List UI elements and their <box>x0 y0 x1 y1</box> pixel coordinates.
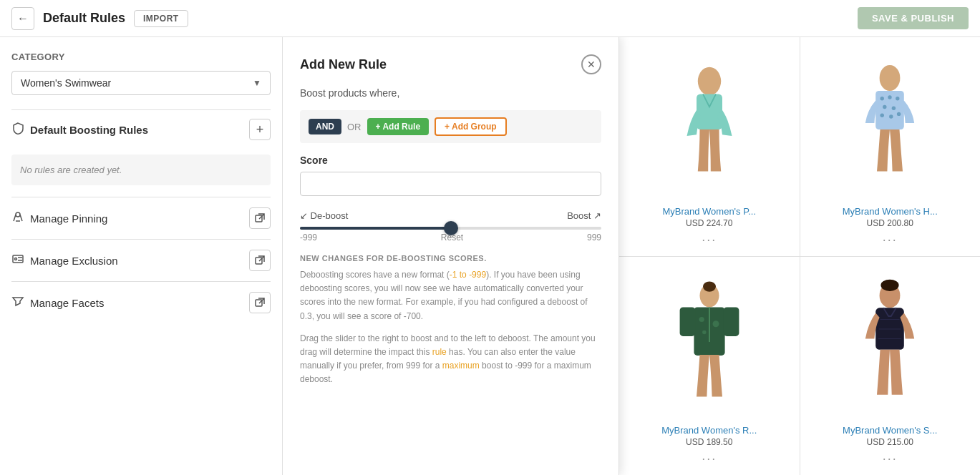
product-actions[interactable]: ··· <box>702 451 717 466</box>
product-actions[interactable]: ··· <box>883 232 898 248</box>
and-badge[interactable]: AND <box>309 119 341 134</box>
add-group-btn[interactable]: + Add Group <box>435 117 507 136</box>
close-modal-button[interactable]: ✕ <box>581 54 601 74</box>
save-publish-button[interactable]: SAVE & PUBLISH <box>858 7 969 29</box>
page-title: Default Rules <box>43 11 125 26</box>
slider-max-val: 999 <box>587 232 601 243</box>
product-price: USD 189.50 <box>686 437 732 447</box>
product-image-container <box>809 265 972 420</box>
exclusion-icon <box>11 253 24 268</box>
main-layout: Category Women's Swimwear ▼ Default Boos… <box>0 37 980 475</box>
slider-container[interactable] <box>300 227 601 230</box>
slider-min-val: -999 <box>300 232 317 243</box>
product-actions[interactable]: ··· <box>702 232 717 248</box>
modal-title: Add New Rule <box>300 57 387 72</box>
product-price: USD 215.00 <box>867 437 913 447</box>
svg-point-8 <box>698 67 721 95</box>
add-new-rule-modal: Add New Rule ✕ Boost products where, AND… <box>283 37 619 475</box>
boost-label: Boost ↗ <box>567 210 601 221</box>
svg-point-15 <box>883 105 886 109</box>
slider-thumb[interactable] <box>444 221 458 235</box>
score-input[interactable] <box>300 172 601 196</box>
product-image-container <box>809 46 972 200</box>
svg-point-18 <box>889 114 893 118</box>
add-rule-button[interactable]: + <box>249 119 271 140</box>
svg-rect-9 <box>697 94 722 129</box>
add-rule-btn[interactable]: + Add Rule <box>367 118 430 135</box>
manage-exclusion-label: Manage Exclusion <box>30 255 118 267</box>
svg-point-0 <box>16 212 20 217</box>
slider-fill <box>300 227 451 230</box>
svg-point-27 <box>712 321 719 328</box>
product-price: USD 224.70 <box>686 218 732 228</box>
manage-pinning-label: Manage Pinning <box>30 212 107 225</box>
sidebar: Category Women's Swimwear ▼ Default Boos… <box>0 37 283 475</box>
product-image <box>666 59 752 187</box>
svg-point-17 <box>880 113 884 117</box>
svg-rect-24 <box>724 308 739 337</box>
default-boosting-rules-title: Default Boosting Rules <box>30 124 148 136</box>
product-image <box>847 59 933 187</box>
product-image-container <box>628 46 791 200</box>
boost-text: Boost products where, <box>300 87 601 99</box>
slider-labels: ↙ De-boost Boost ↗ <box>300 210 601 221</box>
nav-item-left: Manage Pinning <box>11 210 107 226</box>
import-button[interactable]: IMPORT <box>134 10 188 27</box>
slider-track <box>300 227 601 230</box>
svg-point-21 <box>703 282 716 292</box>
svg-point-10 <box>880 65 901 91</box>
product-card: MyBrand Women's S... USD 215.00 ··· <box>800 257 981 476</box>
shield-icon <box>11 122 24 137</box>
manage-facets-label: Manage Facets <box>30 297 104 309</box>
manage-pinning-item[interactable]: Manage Pinning <box>11 197 271 239</box>
svg-point-19 <box>897 112 901 115</box>
pin-icon <box>11 210 24 226</box>
manage-pinning-external-icon[interactable] <box>249 207 271 229</box>
product-card: MyBrand Women's P... USD 224.70 ··· <box>619 37 800 256</box>
product-name: MyBrand Women's R... <box>661 425 757 436</box>
product-image <box>847 278 933 406</box>
product-name: MyBrand Women's P... <box>662 206 756 217</box>
no-rules-message: No rules are created yet. <box>11 155 271 185</box>
product-name: MyBrand Women's S... <box>843 425 937 436</box>
manage-facets-item[interactable]: Manage Facets <box>11 281 271 323</box>
product-image-container <box>628 265 791 420</box>
svg-point-13 <box>888 95 892 99</box>
manage-exclusion-item[interactable]: Manage Exclusion <box>11 239 271 281</box>
manage-facets-external-icon[interactable] <box>249 292 271 313</box>
score-label: Score <box>300 155 601 166</box>
svg-rect-23 <box>679 308 695 337</box>
deboost-label: ↙ De-boost <box>300 210 348 221</box>
or-label[interactable]: OR <box>347 122 362 132</box>
selected-category: Women's Swimwear <box>21 77 111 89</box>
rule-row: AND OR + Add Rule + Add Group <box>300 110 601 143</box>
header: ← Default Rules IMPORT SAVE & PUBLISH <box>0 0 980 37</box>
nav-item-left: Manage Facets <box>11 295 104 310</box>
facets-icon <box>11 295 24 310</box>
product-image <box>666 278 752 406</box>
product-price: USD 200.80 <box>867 218 913 228</box>
back-button[interactable]: ← <box>11 7 34 30</box>
category-section-title: Category <box>11 52 271 62</box>
info-paragraph-2: Drag the slider to the right to boost an… <box>300 332 601 387</box>
svg-point-28 <box>702 330 706 334</box>
svg-point-26 <box>699 317 704 322</box>
header-left: ← Default Rules IMPORT <box>11 7 188 30</box>
modal-header: Add New Rule ✕ <box>300 54 601 74</box>
chevron-down-icon: ▼ <box>253 78 261 88</box>
products-grid: MyBrand Women's P... USD 224.70 ··· <box>619 37 980 475</box>
svg-point-14 <box>896 97 899 100</box>
category-dropdown[interactable]: Women's Swimwear ▼ <box>11 71 271 95</box>
manage-exclusion-external-icon[interactable] <box>249 250 271 271</box>
content-area: Add New Rule ✕ Boost products where, AND… <box>283 37 980 475</box>
product-card: MyBrand Women's H... USD 200.80 ··· <box>800 37 981 256</box>
section-header-left: Default Boosting Rules <box>11 122 148 137</box>
nav-item-left: Manage Exclusion <box>11 253 118 268</box>
product-actions[interactable]: ··· <box>883 451 898 466</box>
default-boosting-rules-section: Default Boosting Rules + <box>11 109 271 149</box>
svg-point-16 <box>892 106 896 109</box>
svg-point-30 <box>881 280 899 291</box>
svg-point-12 <box>880 97 884 100</box>
product-card: MyBrand Women's R... USD 189.50 ··· <box>619 257 800 476</box>
svg-point-3 <box>15 258 17 260</box>
